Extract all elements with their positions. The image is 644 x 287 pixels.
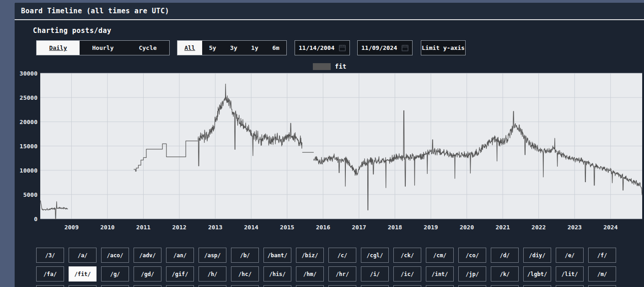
calendar-icon[interactable] (339, 44, 346, 51)
board-button[interactable] (393, 285, 421, 287)
board-button-int[interactable]: /int/ (426, 266, 454, 282)
board-button-asp[interactable]: /asp/ (199, 248, 226, 263)
x-tick-label: 2021 (496, 224, 510, 231)
board-button[interactable] (588, 285, 616, 287)
board-button-3[interactable]: /3/ (36, 248, 64, 263)
board-button-aco[interactable]: /aco/ (101, 248, 129, 263)
y-tick-label: 20000 (20, 119, 38, 125)
y-tick-label: 25000 (20, 94, 38, 101)
y-tick-label: 0 (34, 216, 38, 222)
board-button-m[interactable]: /m/ (588, 266, 616, 282)
posts-per-day-chart[interactable]: 0500010000150002000025000300002009201020… (15, 60, 644, 233)
x-tick-label: 2013 (208, 224, 222, 231)
date-from-input[interactable]: 11/14/2004 (295, 40, 350, 55)
board-selector-grid: /3//a//aco//adv//an//asp//b//bant//biz//… (36, 248, 640, 287)
x-tick-label: 2010 (100, 224, 114, 231)
mode-button-group: DailyHourlyCycle (36, 40, 170, 55)
range-button-1y[interactable]: 1y (244, 41, 265, 55)
board-button[interactable] (523, 285, 551, 287)
board-row: /3//a//aco//adv//an//asp//b//bant//biz//… (36, 248, 640, 263)
board-button-hc[interactable]: /hc/ (231, 266, 259, 282)
y-tick-label: 10000 (20, 167, 38, 174)
date-to-value: 11/09/2024 (361, 44, 397, 51)
board-button-biz[interactable]: /biz/ (296, 248, 324, 263)
board-button-his[interactable]: /his/ (263, 266, 291, 282)
range-button-5y[interactable]: 5y (202, 41, 223, 55)
board-button-lit[interactable]: /lit/ (556, 266, 584, 282)
window-titlebar: Board Timeline (all times are UTC) (15, 3, 644, 20)
mode-button-hourly[interactable]: Hourly (80, 41, 126, 55)
x-tick-label: 2019 (424, 224, 438, 231)
board-button-lgbt[interactable]: /lgbt/ (523, 266, 551, 282)
board-button-i[interactable]: /i/ (361, 266, 389, 282)
board-button-cm[interactable]: /cm/ (426, 248, 454, 263)
board-button-ic[interactable]: /ic/ (393, 266, 421, 282)
board-button[interactable] (199, 285, 226, 287)
limit-y-axis-button[interactable]: Limit y-axis (421, 40, 466, 55)
board-button[interactable] (361, 285, 389, 287)
date-from-value: 11/14/2004 (299, 44, 334, 51)
board-button-fa[interactable]: /fa/ (36, 266, 64, 282)
x-tick-label: 2024 (603, 224, 617, 231)
board-button-gif[interactable]: /gif/ (166, 266, 194, 282)
board-button-cgl[interactable]: /cgl/ (361, 248, 389, 263)
board-button-co[interactable]: /co/ (458, 248, 486, 263)
y-tick-label: 15000 (20, 143, 38, 150)
board-button-e[interactable]: /e/ (556, 248, 584, 263)
board-button-fit[interactable]: /fit/ (69, 266, 97, 282)
board-button-an[interactable]: /an/ (166, 248, 194, 263)
board-button[interactable] (263, 285, 291, 287)
board-button-a[interactable]: /a/ (69, 248, 97, 263)
board-button[interactable] (426, 285, 454, 287)
board-button-jp[interactable]: /jp/ (458, 266, 486, 282)
board-button-h[interactable]: /h/ (199, 266, 226, 282)
board-button[interactable] (556, 285, 584, 287)
board-button-ck[interactable]: /ck/ (393, 248, 421, 263)
x-tick-label: 2018 (388, 224, 402, 231)
range-button-group: All5y3y1y6m (177, 40, 287, 55)
board-button-hm[interactable]: /hm/ (296, 266, 324, 282)
board-timeline-panel: Board Timeline (all times are UTC) Chart… (15, 3, 644, 287)
board-button-g[interactable]: /g/ (101, 266, 129, 282)
mode-button-cycle[interactable]: Cycle (126, 41, 169, 55)
board-button[interactable] (36, 285, 64, 287)
board-button-b[interactable]: /b/ (231, 248, 259, 263)
board-button[interactable] (491, 285, 519, 287)
board-button[interactable] (458, 285, 486, 287)
board-button-diy[interactable]: /diy/ (523, 248, 551, 263)
window-title: Board Timeline (all times are UTC) (21, 7, 169, 15)
board-button[interactable] (134, 285, 161, 287)
board-button[interactable] (166, 285, 194, 287)
board-button-adv[interactable]: /adv/ (134, 248, 161, 263)
board-button[interactable] (328, 285, 356, 287)
calendar-icon[interactable] (402, 44, 408, 51)
board-button[interactable] (296, 285, 324, 287)
x-tick-label: 2016 (316, 224, 330, 231)
board-button-gd[interactable]: /gd/ (134, 266, 161, 282)
board-button[interactable] (69, 285, 97, 287)
board-button-bant[interactable]: /bant/ (263, 248, 291, 263)
timeline-chart[interactable]: 0500010000150002000025000300002009201020… (15, 60, 644, 233)
x-tick-label: 2023 (568, 224, 582, 231)
board-button-hr[interactable]: /hr/ (328, 266, 356, 282)
range-button-6m[interactable]: 6m (265, 41, 286, 55)
board-button[interactable] (231, 285, 259, 287)
x-tick-label: 2020 (460, 224, 474, 231)
y-tick-label: 30000 (20, 70, 38, 77)
date-to-input[interactable]: 11/09/2024 (357, 40, 413, 55)
board-button-k[interactable]: /k/ (491, 266, 519, 282)
board-row: /fa//fit//g//gd//gif//h//hc//his//hm//hr… (36, 266, 640, 282)
board-button-d[interactable]: /d/ (491, 248, 519, 263)
range-button-3y[interactable]: 3y (223, 41, 244, 55)
x-tick-label: 2017 (352, 224, 366, 231)
board-button-f[interactable]: /f/ (588, 248, 616, 263)
x-tick-label: 2015 (280, 224, 294, 231)
y-tick-label: 5000 (23, 191, 38, 198)
desktop-background: { "window": { "title": "Board Timeline (… (0, 0, 644, 287)
range-button-all[interactable]: All (177, 41, 202, 55)
board-button-c[interactable]: /c/ (328, 248, 356, 263)
x-tick-label: 2022 (531, 224, 546, 231)
x-tick-label: 2014 (244, 224, 258, 231)
board-button[interactable] (101, 285, 129, 287)
mode-button-daily[interactable]: Daily (37, 41, 80, 55)
